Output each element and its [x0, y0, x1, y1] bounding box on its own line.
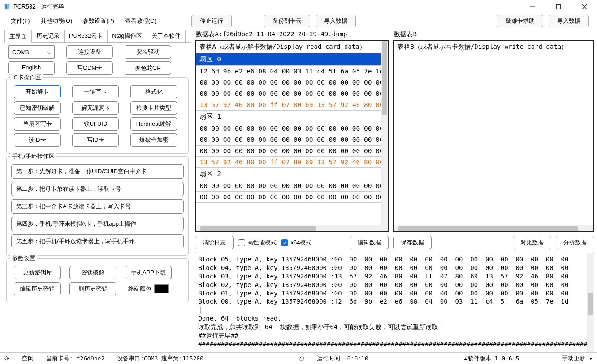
help-card-button[interactable]: 疑难卡求助 — [497, 15, 543, 27]
install-driver-button[interactable]: 安装驱动 — [125, 45, 171, 59]
step-1[interactable]: 第一步：先解好卡，准备一张UID/CUID空白中介卡 — [11, 164, 184, 179]
key-crack-button[interactable]: 密钥破解 — [69, 266, 116, 279]
ic-card-group: IC卡操作区 开始解卡 一键写卡 格式化 已知密钥破解 解无漏洞卡 检测卡片类型… — [6, 77, 189, 154]
chevron-down-icon: ▾ — [589, 355, 593, 362]
chameleon-button[interactable]: 变色龙GP — [125, 61, 171, 75]
edit-hist-key-button[interactable]: 编辑历史密钥 — [14, 282, 61, 295]
tab-history[interactable]: 历史记录 — [31, 30, 65, 42]
left-panel: 主界面 历史记录 PCR532云卡 Ntag操作区 关于本软件 COM3⌵ 连接… — [0, 29, 194, 352]
table-row[interactable]: 13 57 92 46 80 00 ff 07 80 69 13 57 92 4… — [196, 157, 388, 168]
log-terminal[interactable]: Block 05, type A, key 135792468000 :00 0… — [195, 253, 594, 352]
table-row[interactable]: 00 00 00 00 00 00 00 00 00 00 00 00 00 0… — [196, 180, 388, 192]
port-value: COM3 — [12, 49, 29, 56]
table-row[interactable]: 00 00 00 00 00 00 00 00 00 00 00 00 00 0… — [196, 134, 388, 146]
menu-params[interactable]: 参数设置(P) — [78, 15, 119, 27]
table-row[interactable]: 扇区 2 — [196, 168, 388, 180]
status-idle: 空闲 — [22, 355, 34, 363]
x64-mode-checkbox[interactable]: ✓ x64模式 — [281, 236, 311, 249]
analyze-data-button[interactable]: 分析数据 — [556, 236, 594, 249]
port-combo[interactable]: COM3⌵ — [8, 45, 55, 59]
status-version: #软件版本 1.0.6.5 — [464, 355, 519, 363]
step-5[interactable]: 第五步：把手机/手环放读卡器上，写手机手环 — [11, 234, 184, 248]
tabs: 主界面 历史记录 PCR532云卡 Ntag操作区 关于本软件 — [4, 30, 190, 43]
stop-run-button[interactable]: 停止运行 — [191, 15, 232, 27]
terminal-color-control[interactable]: 终端颜色 — [125, 282, 172, 295]
status-runtime: 运行时间:.0:0:10 — [317, 355, 368, 363]
backup-cloud-button[interactable]: 备份到卡云 — [264, 15, 310, 27]
table-row[interactable]: 扇区 1 — [196, 111, 388, 123]
connect-device-button[interactable]: 连接设备 — [66, 45, 113, 59]
svg-rect-1 — [557, 4, 561, 9]
edit-data-button[interactable]: 编辑数据 — [350, 236, 389, 249]
chevron-down-icon: ⌵ — [47, 49, 51, 56]
table-row[interactable]: 00 00 00 00 00 00 00 00 00 00 00 00 00 0… — [196, 192, 388, 203]
table-row[interactable]: 00 00 00 00 00 00 00 00 00 00 00 00 00 0… — [196, 88, 388, 99]
table-b-body[interactable] — [394, 53, 593, 223]
compare-data-button[interactable]: 对比数据 — [513, 236, 551, 249]
table-row[interactable]: 00 00 00 00 00 00 00 00 00 00 00 00 00 0… — [196, 123, 388, 134]
param-group: 参数设置 更新密钥库 密钥破解 手机APP下载 编辑历史密钥 删历史密钥 终端颜… — [6, 258, 189, 302]
format-button[interactable]: 格式化 — [130, 85, 177, 98]
table-b-hscroll[interactable] — [394, 225, 593, 231]
table-row[interactable]: 00 00 00 00 00 00 00 00 00 00 00 00 00 0… — [196, 77, 388, 88]
brute-force-button[interactable]: 爆破全加密 — [130, 133, 177, 147]
detect-type-button[interactable]: 检测卡片类型 — [130, 101, 177, 115]
step-2[interactable]: 第二步：把母卡放在读卡器上，读取卡号 — [11, 182, 184, 196]
hardnest-button[interactable]: Hardnest破解 — [130, 117, 177, 131]
clear-log-button[interactable]: 清除日志 — [195, 236, 234, 249]
del-hist-key-button[interactable]: 删历史密钥 — [69, 282, 116, 295]
app-download-button[interactable]: 手机APP下载 — [125, 266, 172, 279]
read-id-button[interactable]: 读ID卡 — [14, 133, 61, 147]
table-a-header: 表格A（或者显示解卡数据/Display read card data） — [196, 41, 388, 53]
param-group-title: 参数设置 — [10, 254, 37, 262]
onekey-write-button[interactable]: 一键写卡 — [72, 85, 119, 98]
data-table-a-panel: 数据表A:f26d9be2_11-04-2022_20-19-49.dump 表… — [195, 29, 389, 232]
menu-other[interactable]: 其他功能(O) — [35, 15, 78, 27]
titlebar: PCR532 - 运行完毕 — [0, 0, 597, 13]
checkbox-unchecked-icon — [238, 239, 245, 246]
write-id-button[interactable]: 写ID卡 — [72, 133, 119, 147]
tab-ntag[interactable]: Ntag操作区 — [107, 30, 147, 42]
import-data-button-1[interactable]: 导入数据 — [316, 15, 356, 27]
menu-file[interactable]: 文件(F) — [5, 15, 35, 27]
no-leak-button[interactable]: 解无漏洞卡 — [72, 101, 119, 115]
tab-cloud[interactable]: PCR532云卡 — [64, 30, 108, 42]
english-button[interactable]: English — [8, 61, 55, 75]
step-4[interactable]: 第四步：手机/手环来模拟A卡，手机app上操作 — [11, 217, 184, 231]
menu-tutorial[interactable]: 查看教程(C) — [120, 15, 162, 27]
table-a-body[interactable]: 扇区 0f2 6d 9b e2 e6 08 04 00 03 11 c4 5f … — [196, 53, 388, 203]
maximize-button[interactable] — [549, 1, 567, 12]
ic-group-title: IC卡操作区 — [10, 73, 43, 81]
lock-ufuid-button[interactable]: 锁UFUID — [72, 117, 119, 131]
table-a-hscroll[interactable] — [196, 225, 388, 231]
write-gdm-button[interactable]: 写GDM卡 — [66, 61, 113, 75]
save-data-button[interactable]: 保存数据 — [393, 236, 432, 249]
update-keylib-button[interactable]: 更新密钥库 — [14, 266, 61, 279]
table-row[interactable]: 00 00 00 00 00 00 00 00 00 00 00 00 00 0… — [196, 146, 388, 157]
close-button[interactable] — [575, 1, 593, 12]
table-row[interactable]: 扇区 0 — [196, 53, 388, 66]
table-a-vscroll[interactable] — [381, 41, 388, 225]
known-key-button[interactable]: 已知密钥破解 — [14, 101, 61, 115]
table-row[interactable]: 13 57 92 46 80 00 ff 07 80 69 13 57 92 4… — [196, 99, 388, 111]
refresh-icon[interactable]: ⟳ — [4, 355, 9, 362]
start-decrypt-button[interactable]: 开始解卡 — [14, 85, 61, 98]
app-shield-icon — [4, 3, 11, 10]
checkbox-checked-icon: ✓ — [281, 239, 288, 246]
single-sector-button[interactable]: 单扇区写卡 — [14, 117, 61, 131]
mid-controls: 清除日志 高性能模式 ✓ x64模式 编辑数据 保存数据 对比数据 分析数据 — [195, 232, 594, 253]
step-3[interactable]: 第三步：把中介卡A卡放读卡器上，写入卡号 — [11, 199, 184, 214]
log-vscroll[interactable] — [587, 253, 594, 352]
tab-about[interactable]: 关于本软件 — [147, 30, 186, 42]
table-row[interactable]: f2 6d 9b e2 e6 08 04 00 03 11 c4 5f 6a 0… — [196, 66, 388, 77]
color-swatch[interactable] — [154, 284, 169, 293]
status-update-mode[interactable]: 手动更新 ▾ — [562, 355, 593, 363]
table-a-file-label: 数据表A:f26d9be2_11-04-2022_20-19-49.dump — [195, 29, 389, 40]
tab-main[interactable]: 主界面 — [4, 30, 32, 43]
import-data-button-2[interactable]: 导入数据 — [549, 15, 589, 27]
perf-mode-checkbox[interactable]: 高性能模式 — [238, 236, 277, 249]
table-a-box: 表格A（或者显示解卡数据/Display read card data） 扇区 … — [195, 40, 389, 232]
minimize-button[interactable] — [523, 1, 541, 12]
mobile-group-title: 手机/手环操作区 — [10, 152, 56, 160]
table-b-label: 数据表B — [393, 29, 594, 40]
